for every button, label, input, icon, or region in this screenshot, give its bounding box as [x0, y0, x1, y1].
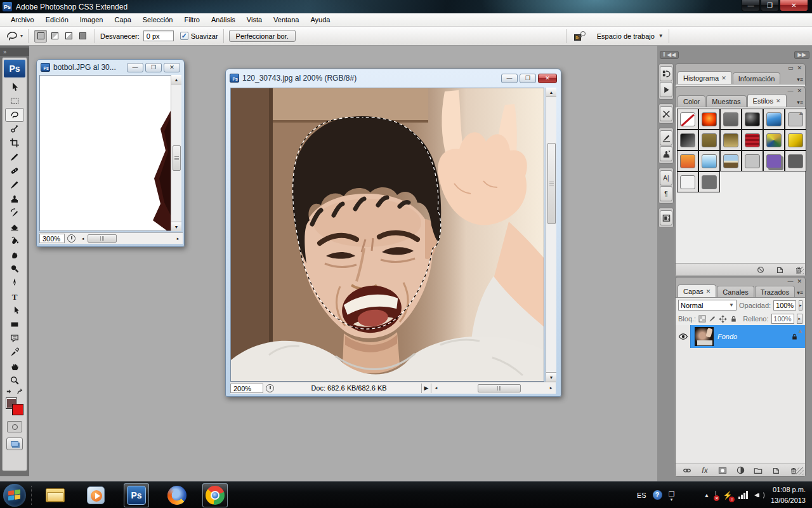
- style-swatch-no-style[interactable]: [677, 109, 698, 130]
- tab-capas[interactable]: Capas✕: [678, 284, 716, 297]
- tool-zoom[interactable]: [5, 373, 24, 387]
- panel-icon-tool-presets[interactable]: [660, 106, 672, 121]
- menu-imagen[interactable]: Imagen: [74, 15, 109, 25]
- selection-mode-add[interactable]: [48, 30, 61, 43]
- document-window-main[interactable]: Ps 120_30743.jpg al 200% (RGB/8#) — ❐ ✕: [225, 69, 561, 397]
- menu-ayuda[interactable]: Ayuda: [304, 15, 336, 25]
- ps-logo[interactable]: Ps: [4, 60, 25, 77]
- tool-quick-selection[interactable]: [5, 122, 24, 136]
- tool-dodge[interactable]: [5, 262, 24, 276]
- tab-informacion[interactable]: Información: [733, 72, 780, 84]
- swap-colors-icon[interactable]: [5, 389, 24, 396]
- doc1-titlebar[interactable]: Ps botbol.JPG al 30... — ❐ ✕: [37, 60, 184, 75]
- color-swatches[interactable]: [5, 397, 24, 416]
- style-swatch-yellow-gel[interactable]: [785, 130, 806, 150]
- style-swatch-orange-gradient[interactable]: [677, 150, 698, 171]
- tool-paint-bucket[interactable]: [5, 234, 24, 248]
- style-swatch-blue-glass[interactable]: [763, 109, 785, 130]
- tray-help-icon[interactable]: ?: [653, 490, 662, 500]
- new-style-button[interactable]: [773, 265, 786, 275]
- tray-network-icon[interactable]: [738, 491, 748, 499]
- tool-shape[interactable]: [5, 318, 24, 331]
- tab-trazados[interactable]: Trazados: [755, 286, 795, 297]
- start-button[interactable]: [3, 484, 26, 507]
- lock-transparency-icon[interactable]: [698, 314, 706, 323]
- tool-preset-picker[interactable]: ▾: [5, 30, 23, 43]
- layer-visibility-toggle[interactable]: [676, 325, 691, 348]
- panel-icon-brushes[interactable]: [660, 130, 672, 145]
- doc1-zoom-input[interactable]: 300%: [39, 234, 65, 243]
- style-swatch-orange-glow[interactable]: [698, 109, 720, 130]
- doc1-close-button[interactable]: ✕: [164, 63, 180, 72]
- tool-brush[interactable]: [5, 178, 24, 192]
- style-swatch-dark-gray[interactable]: [785, 150, 806, 171]
- bridge-icon[interactable]: Br: [574, 31, 586, 41]
- restore-button[interactable]: ❐: [761, 0, 779, 11]
- tray-power-icon[interactable]: ⚡!: [723, 491, 732, 500]
- panel-minimize-icon[interactable]: —: [787, 88, 793, 94]
- panel-close-icon[interactable]: ✕: [797, 88, 802, 94]
- clear-style-button[interactable]: [754, 265, 767, 275]
- menu-analisis[interactable]: Análisis: [206, 15, 241, 25]
- selection-mode-subtract[interactable]: [62, 30, 75, 43]
- feather-input[interactable]: 0 px: [143, 30, 174, 41]
- tool-type[interactable]: T: [5, 290, 24, 304]
- layer-style-fx-icon[interactable]: fx: [698, 465, 711, 476]
- workspace-dropdown[interactable]: Espacio de trabajo ▼: [597, 32, 664, 40]
- panel-icon-character[interactable]: A|: [660, 170, 672, 185]
- doc2-vertical-scrollbar[interactable]: ▲ ▼: [546, 88, 556, 382]
- doc2-close-button[interactable]: ✕: [538, 74, 557, 83]
- lock-pixels-icon[interactable]: [709, 314, 716, 323]
- tab-muestras[interactable]: Muestras: [706, 95, 746, 107]
- doc2-titlebar[interactable]: Ps 120_30743.jpg al 200% (RGB/8#) — ❐ ✕: [226, 69, 561, 87]
- selection-mode-new[interactable]: [34, 30, 47, 43]
- panel-icon-paragraph[interactable]: ¶: [660, 186, 672, 201]
- doc2-canvas[interactable]: [230, 88, 544, 382]
- lock-all-icon[interactable]: [730, 314, 738, 323]
- tab-canales[interactable]: Canales: [717, 286, 754, 297]
- lock-position-icon[interactable]: [719, 314, 727, 323]
- tab-close-icon[interactable]: ✕: [776, 98, 781, 104]
- taskbar-photoshop[interactable]: Ps: [124, 483, 149, 507]
- new-layer-icon[interactable]: [769, 465, 782, 476]
- panel-icon-actions[interactable]: [660, 82, 672, 97]
- tool-notes[interactable]: [5, 331, 24, 345]
- tab-close-icon[interactable]: ✕: [721, 75, 726, 81]
- minimize-button[interactable]: —: [742, 0, 760, 11]
- resize-grip[interactable]: [796, 467, 804, 475]
- doc1-vertical-scrollbar[interactable]: ▲ ▼: [171, 75, 181, 231]
- panel-icon-clone-source[interactable]: [660, 146, 672, 161]
- tool-history-brush[interactable]: [5, 206, 24, 220]
- panel-flyout-icon[interactable]: ▾≡: [797, 99, 803, 105]
- tray-hidden-icons[interactable]: ▲: [704, 492, 710, 498]
- panel-flyout-icon[interactable]: ▾≡: [797, 290, 803, 296]
- collapse-dock-right-icon[interactable]: ▶▶: [794, 51, 809, 59]
- link-layers-icon[interactable]: [681, 465, 693, 476]
- antialias-checkbox[interactable]: ✓: [180, 32, 188, 40]
- style-swatch-dark-gradient[interactable]: [677, 130, 698, 150]
- menu-vista[interactable]: Vista: [241, 15, 268, 25]
- tab-estilos[interactable]: Estilos✕: [747, 94, 787, 107]
- doc1-canvas[interactable]: [39, 75, 171, 231]
- panel-minimize-icon[interactable]: ▭: [788, 65, 794, 71]
- doc2-restore-button[interactable]: ❐: [520, 74, 536, 83]
- tool-eyedropper[interactable]: [5, 345, 24, 359]
- tab-close-icon[interactable]: ✕: [706, 288, 711, 295]
- taskbar-media-player[interactable]: [83, 483, 108, 507]
- tray-language[interactable]: ES: [637, 491, 646, 499]
- style-swatch-black-sphere[interactable]: [742, 109, 763, 130]
- doc1-minimize-button[interactable]: —: [127, 63, 143, 72]
- blend-mode-dropdown[interactable]: Normal▼: [678, 300, 737, 311]
- resize-grip[interactable]: [796, 267, 804, 274]
- style-swatch-purple-shadow[interactable]: [763, 150, 785, 171]
- taskbar-firefox[interactable]: [164, 483, 190, 507]
- tool-slice[interactable]: [5, 150, 24, 164]
- menu-archivo[interactable]: Archivo: [5, 15, 40, 25]
- fill-value[interactable]: 100%: [771, 314, 794, 324]
- tool-hand[interactable]: [5, 359, 24, 373]
- style-swatch-light-blue-gel[interactable]: [698, 150, 720, 171]
- style-swatch-red-stripes[interactable]: [742, 130, 763, 150]
- add-mask-icon[interactable]: [716, 465, 729, 476]
- tools-collapse-tab[interactable]: »: [0, 48, 29, 56]
- style-swatch-landscape[interactable]: [720, 150, 742, 171]
